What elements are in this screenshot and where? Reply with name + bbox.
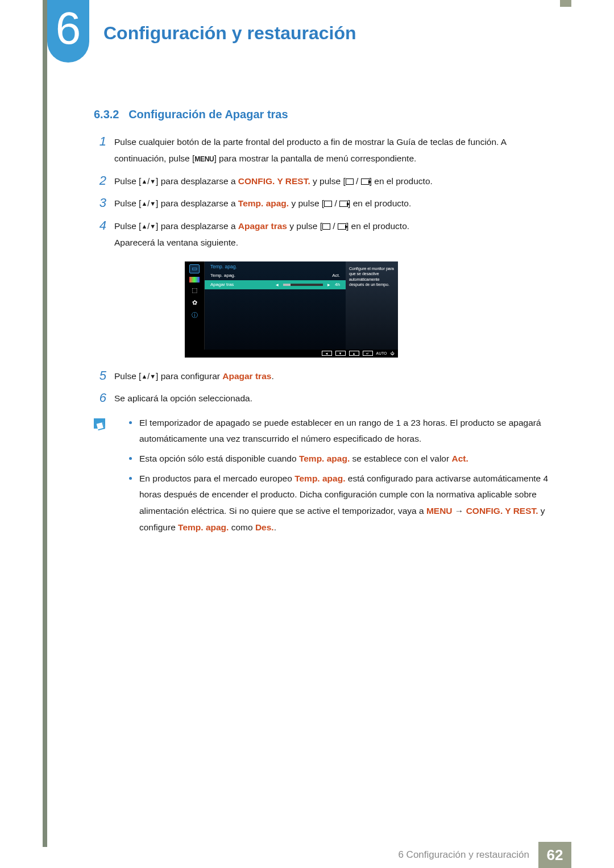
step-body: Se aplicará la opción seleccionada. — [114, 390, 560, 406]
source-icon — [324, 201, 332, 207]
highlight: Temp. apag. — [299, 454, 350, 463]
text: Esta opción sólo está disponible cuando — [139, 454, 299, 463]
arrow-icon: → — [453, 506, 466, 516]
osd-size-icon: ⬚ — [189, 286, 200, 295]
osd-enter-icon: ↵ — [363, 351, 373, 356]
step-body: Pulse [▲/▼] para desplazarse a Temp. apa… — [114, 195, 560, 211]
step-number: 4 — [94, 218, 106, 251]
text: y pulse [ — [287, 221, 322, 231]
osd-screenshot: ▭ ⬚ ✿ ⓘ Temp. apag. Temp. apag. Act. Apa… — [185, 261, 398, 358]
step-body: Pulse [▲/▼] para configurar Apagar tras. — [114, 368, 560, 384]
highlight: CONFIG. Y REST. — [466, 506, 538, 516]
up-down-icon: ▲/▼ — [141, 372, 156, 381]
footer-chapter-label: 6 Configuración y restauración — [389, 842, 538, 868]
text: Pulse [ — [114, 371, 141, 381]
step-number: 5 — [94, 368, 106, 384]
text: ] para configurar — [156, 371, 222, 381]
osd-row-temp-apag: Temp. apag. Act. — [205, 271, 346, 280]
text: ] para desplazarse a — [156, 198, 238, 208]
menu-key-icon: MENU — [194, 155, 214, 163]
highlight: MENU — [426, 506, 453, 516]
osd-help-text: Configure el monitor para que se desacti… — [346, 261, 398, 350]
enter-icon — [338, 223, 346, 230]
note-item: Esta opción sólo está disponible cuando … — [129, 451, 560, 467]
text: Pulse [ — [114, 198, 141, 208]
osd-row-value: Act. — [332, 273, 340, 278]
chapter-title: Configuración y restauración — [103, 23, 356, 44]
highlight: Temp. apag. — [178, 522, 229, 532]
step-6: 6 Se aplicará la opción seleccionada. — [94, 390, 560, 406]
page-content: 6.3.2 Configuración de Apagar tras 1 Pul… — [94, 108, 560, 539]
osd-slider — [283, 284, 323, 286]
up-down-icon: ▲/▼ — [141, 177, 156, 186]
enter-icon — [339, 201, 348, 207]
osd-row-apagar-tras: Apagar tras ◀ ▶ 4h — [205, 280, 346, 289]
osd-row-value: 4h — [335, 282, 340, 287]
source-icon — [346, 178, 354, 185]
step-number: 2 — [94, 173, 106, 189]
step-body: Pulse [▲/▼] para desplazarse a CONFIG. Y… — [114, 173, 560, 189]
step-number: 3 — [94, 195, 106, 211]
highlight: Act. — [451, 454, 468, 463]
osd-footer-buttons: ◄ ▼ ▲ ↵ AUTO ⏻ — [185, 350, 398, 358]
up-down-icon: ▲/▼ — [141, 199, 156, 208]
decorative-left-bar — [43, 0, 47, 847]
text: . — [274, 522, 276, 532]
osd-picture-icon: ▭ — [189, 264, 200, 273]
highlight: Apagar tras — [238, 221, 287, 231]
step-4: 4 Pulse [▲/▼] para desplazarse a Apagar … — [94, 218, 560, 251]
text: En productos para el mercado europeo — [139, 474, 294, 483]
text: ] en el producto. — [348, 198, 411, 208]
text: y pulse [ — [310, 176, 346, 186]
osd-up-icon: ▲ — [349, 351, 359, 356]
osd-color-icon — [189, 277, 200, 283]
text: ] en el producto. — [346, 221, 409, 231]
step-body: Pulse cualquier botón de la parte fronta… — [114, 134, 560, 167]
note-item: En productos para el mercado europeo Tem… — [129, 471, 560, 536]
footer-page-number: 62 — [538, 842, 571, 868]
step-number: 6 — [94, 390, 106, 406]
up-down-icon: ▲/▼ — [141, 222, 156, 231]
highlight: Temp. apag. — [238, 198, 289, 208]
highlight: Temp. apag. — [294, 474, 345, 483]
text: Pulse [ — [114, 221, 141, 231]
section-number: 6.3.2 — [94, 108, 119, 121]
chapter-number-badge: 6 — [47, 0, 89, 63]
note-item: El temporizador de apagado se puede esta… — [129, 415, 560, 447]
step-3: 3 Pulse [▲/▼] para desplazarse a Temp. a… — [94, 195, 560, 211]
highlight: Apagar tras — [222, 371, 271, 381]
highlight: CONFIG. Y REST. — [238, 176, 310, 186]
step-1: 1 Pulse cualquier botón de la parte fron… — [94, 134, 560, 167]
text: ] para desplazarse a — [156, 176, 238, 186]
section-title: Configuración de Apagar tras — [128, 108, 288, 121]
source-icon — [322, 223, 330, 230]
text: Aparecerá la ventana siguiente. — [114, 234, 560, 251]
osd-row-label: Temp. apag. — [210, 273, 235, 278]
osd-info-icon: ⓘ — [189, 311, 200, 320]
step-body: Pulse [▲/▼] para desplazarse a Apagar tr… — [114, 218, 560, 251]
osd-main-panel: Temp. apag. Temp. apag. Act. Apagar tras… — [204, 261, 346, 350]
osd-panel-title: Temp. apag. — [205, 261, 346, 271]
osd-down-icon: ▼ — [335, 351, 346, 356]
note-box: El temporizador de apagado se puede esta… — [94, 415, 560, 539]
step-2: 2 Pulse [▲/▼] para desplazarse a CONFIG.… — [94, 173, 560, 189]
page-footer: 6 Configuración y restauración 62 — [0, 842, 614, 868]
text: se establece con el valor — [350, 454, 451, 463]
text: ] para desplazarse a — [156, 221, 238, 231]
step-5: 5 Pulse [▲/▼] para configurar Apagar tra… — [94, 368, 560, 384]
osd-power-icon: ⏻ — [391, 351, 395, 356]
enter-icon — [361, 178, 370, 185]
text: ] en el producto. — [370, 176, 433, 186]
text: y pulse [ — [289, 198, 324, 208]
osd-row-label: Apagar tras — [210, 282, 234, 287]
text: . — [271, 371, 273, 381]
text: ] para mostrar la pantalla de menú corre… — [214, 153, 416, 163]
text: como — [229, 522, 255, 532]
note-list: El temporizador de apagado se puede esta… — [113, 415, 560, 539]
note-icon — [94, 418, 105, 429]
osd-setup-icon: ✿ — [189, 298, 200, 308]
text: Pulse [ — [114, 176, 141, 186]
decorative-corner — [560, 0, 571, 7]
osd-auto-label: AUTO — [376, 351, 387, 356]
decorative-spacer — [571, 842, 614, 868]
